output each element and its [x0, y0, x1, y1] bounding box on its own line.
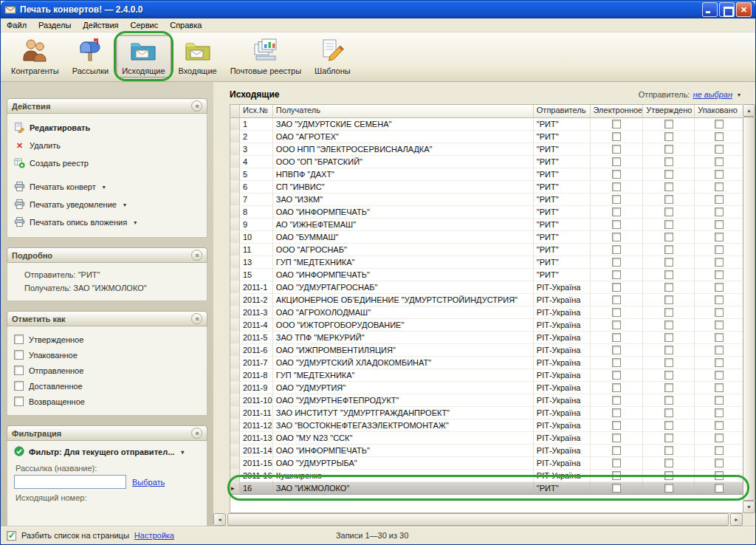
table-row[interactable]: 2011-6ОАО "ИЖПРОМВЕНТИЛЯЦИЯ"РІТ-Україна — [230, 344, 743, 357]
scroll-up-button[interactable]: ▲ — [743, 104, 755, 117]
menu-service[interactable]: Сервис — [125, 19, 165, 31]
electronic-checkbox[interactable] — [612, 145, 621, 154]
electronic-checkbox[interactable] — [612, 233, 621, 241]
approved-checkbox[interactable] — [664, 120, 673, 128]
approved-checkbox[interactable] — [664, 170, 673, 179]
electronic-checkbox[interactable] — [612, 358, 621, 367]
table-row[interactable]: 2011-2АКЦИОНЕРНОЕ ОБ'ЕДИНЕНИЕ "УДМУРТСТР… — [230, 294, 743, 306]
packed-checkbox[interactable] — [715, 220, 724, 229]
collapse-chevron-icon[interactable]: « — [191, 250, 202, 261]
column-header-sender[interactable]: Отправитель — [534, 105, 591, 118]
electronic-checkbox[interactable] — [612, 471, 621, 480]
electronic-checkbox[interactable] — [612, 484, 621, 493]
electronic-checkbox[interactable] — [612, 459, 621, 467]
approved-checkbox[interactable] — [664, 208, 673, 216]
menu-actions[interactable]: Действия — [77, 19, 124, 31]
packed-checkbox[interactable] — [715, 295, 724, 304]
packed-checkbox[interactable] — [715, 170, 724, 179]
mark-sent[interactable]: Отправленное — [14, 363, 200, 378]
table-row[interactable]: 2011-7ОАО "УДМУРТСКИЙ ХЛАДОКОМБИНАТ"РІТ-… — [230, 357, 743, 369]
menu-help[interactable]: Справка — [164, 19, 207, 31]
mark-packed[interactable]: Упакованное — [14, 347, 200, 363]
collapse-chevron-icon[interactable]: « — [191, 428, 202, 439]
packed-checkbox[interactable] — [715, 157, 724, 166]
toolbar-contacts-button[interactable]: Контрагенты — [5, 35, 65, 78]
approved-checkbox[interactable] — [664, 421, 673, 430]
approved-checkbox[interactable] — [664, 157, 673, 166]
electronic-checkbox[interactable] — [612, 346, 621, 354]
table-row[interactable]: 2011-3ОАО "АГРОХОЛОДМАШ"РІТ-Україна — [230, 306, 743, 319]
packed-checkbox[interactable] — [715, 471, 724, 480]
approved-checkbox[interactable] — [664, 132, 673, 141]
table-row[interactable]: 11ООО "АГРОСНАБ""РИТ" — [230, 244, 743, 256]
column-header-recipient[interactable]: Получатель — [273, 105, 534, 118]
mark-returned[interactable]: Возвращенное — [14, 394, 200, 409]
mark-approved[interactable]: Утвержденное — [14, 332, 200, 347]
table-row[interactable]: 2011-12ЗАО "ВОСТОКНЕФТЕГАЗЭЛЕКТРОМОНТАЖ"… — [230, 419, 743, 432]
table-row[interactable]: 2011-9ОАО "УДМУРТИЯ"РІТ-Україна — [230, 382, 743, 394]
approved-checkbox[interactable] — [664, 433, 673, 442]
electronic-checkbox[interactable] — [612, 308, 621, 317]
electronic-checkbox[interactable] — [612, 182, 621, 191]
packed-checkbox[interactable] — [715, 182, 724, 191]
table-row[interactable]: 2011-15ОАО "УДМУРТРЫБА"РІТ-Україна — [230, 457, 743, 470]
electronic-checkbox[interactable] — [612, 220, 621, 229]
scroll-right-button[interactable]: ► — [730, 513, 743, 526]
electronic-checkbox[interactable] — [612, 283, 621, 292]
delivered-checkbox[interactable] — [14, 381, 24, 391]
electronic-checkbox[interactable] — [612, 270, 621, 279]
electronic-checkbox[interactable] — [612, 132, 621, 141]
paginate-checkbox[interactable] — [7, 531, 16, 541]
packed-checkbox[interactable] — [715, 208, 724, 216]
approved-checkbox[interactable] — [664, 333, 673, 342]
column-header-approved[interactable]: Утверждено — [643, 105, 695, 118]
column-header-number[interactable]: Исх.№ — [240, 105, 273, 118]
minimize-button[interactable] — [702, 2, 718, 17]
packed-checkbox[interactable] — [715, 371, 724, 380]
table-row[interactable]: ▸16ЗАО "ИЖМОЛОКО""РИТ" — [230, 482, 743, 495]
approved-checkbox[interactable] — [664, 358, 673, 367]
electronic-checkbox[interactable] — [612, 208, 621, 216]
packed-checkbox[interactable] — [715, 132, 724, 141]
packed-checkbox[interactable] — [715, 459, 724, 467]
approved-checkbox[interactable] — [664, 459, 673, 467]
approved-checkbox[interactable] — [664, 283, 673, 292]
electronic-checkbox[interactable] — [612, 333, 621, 342]
column-header-electronic[interactable]: Электронное — [591, 105, 644, 118]
packed-checkbox[interactable] — [715, 245, 724, 254]
sender-select-link[interactable]: не выбран — [693, 90, 732, 99]
panel-filtering-header[interactable]: Фильтрация « — [7, 425, 207, 441]
column-header-packed[interactable]: Упаковано — [695, 105, 743, 118]
toolbar-outgoing-button[interactable]: Исходящие — [116, 35, 171, 78]
electronic-checkbox[interactable] — [612, 396, 621, 405]
collapse-chevron-icon[interactable]: « — [191, 313, 202, 324]
horizontal-scrollbar[interactable]: ◄ ► — [213, 513, 743, 526]
scroll-down-button[interactable]: ▼ — [743, 501, 755, 513]
electronic-checkbox[interactable] — [612, 195, 621, 204]
packed-checkbox[interactable] — [715, 145, 724, 154]
panel-details-header[interactable]: Подробно « — [7, 247, 207, 263]
approved-checkbox[interactable] — [664, 484, 673, 493]
packed-checkbox[interactable] — [715, 446, 724, 455]
packed-checkbox[interactable] — [715, 358, 724, 367]
table-row[interactable]: 2011-11ЗАО ИНСТИТУТ "УДМУРТГРАЖДАНПРОЕКТ… — [230, 407, 743, 419]
approved-checkbox[interactable] — [664, 408, 673, 417]
table-row[interactable]: 2011-13ОАО "МУ N23 "ССК"РІТ-Україна — [230, 432, 743, 445]
action-print-envelope[interactable]: Печатать конверт ▾ — [14, 178, 200, 196]
packed-checkbox[interactable] — [715, 333, 724, 342]
packed-checkbox[interactable] — [715, 433, 724, 442]
table-row[interactable]: 2011-1ОАО "УДМУРТАГРОСНАБ"РІТ-Україна — [230, 281, 743, 294]
choose-mailing-link[interactable]: Выбрать — [132, 478, 165, 487]
packed-checkbox[interactable] — [715, 408, 724, 417]
toolbar-incoming-button[interactable]: Входящие — [173, 35, 223, 78]
table-row[interactable]: 6СП "ИНВИС""РИТ" — [230, 181, 743, 193]
action-edit[interactable]: Редактировать — [14, 119, 200, 137]
approved-checkbox[interactable] — [664, 182, 673, 191]
table-row[interactable]: 2ОАО "АГРОТЕХ""РИТ" — [230, 131, 743, 143]
table-row[interactable]: 3ООО НПП "ЭЛЕКТРОСЕРВИСНАЛАДКА""РИТ" — [230, 143, 743, 156]
scroll-left-button[interactable]: ◄ — [213, 513, 226, 526]
mark-delivered[interactable]: Доставленное — [14, 378, 200, 394]
table-row[interactable]: 4ООО "ОП "БРАТСКИЙ""РИТ" — [230, 156, 743, 168]
action-print-contents-list[interactable]: Печатать опись вложения ▾ — [14, 213, 200, 231]
electronic-checkbox[interactable] — [612, 120, 621, 128]
